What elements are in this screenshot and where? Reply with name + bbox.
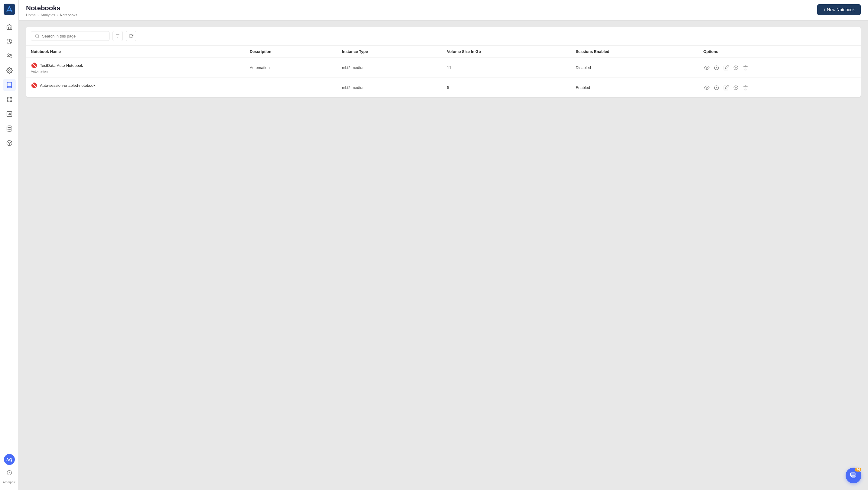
notebook-desc-2: - — [245, 78, 337, 98]
svg-point-4 — [8, 69, 10, 71]
chat-badge[interactable]: 74 — [846, 468, 861, 483]
content-area: Notebook Name Description Instance Type … — [19, 21, 868, 490]
header-left: Notebooks Home › Analytics › Notebooks — [26, 4, 77, 17]
notebook-tag-2: - — [31, 90, 240, 93]
new-notebook-button[interactable]: + New Notebook — [817, 4, 861, 15]
notebook-sessions-2: Enabled — [571, 78, 698, 98]
notebook-instance-2: ml.t2.medium — [337, 78, 442, 98]
page-title: Notebooks — [26, 4, 77, 12]
notebook-volume-2: 5 — [442, 78, 571, 98]
clone-icon-2[interactable] — [733, 84, 739, 91]
breadcrumb-sep-1: › — [37, 13, 39, 17]
sidebar-item-pipelines[interactable] — [3, 93, 16, 106]
svg-point-8 — [10, 101, 11, 102]
notebook-options-2 — [699, 78, 861, 98]
notebook-instance-1: ml.t2.medium — [337, 58, 442, 78]
col-header-instance: Instance Type — [337, 46, 442, 58]
notebooks-table-container: Notebook Name Description Instance Type … — [26, 27, 861, 97]
sidebar-item-users[interactable] — [3, 50, 16, 62]
svg-rect-35 — [850, 473, 855, 476]
sidebar-item-packages[interactable] — [3, 137, 16, 149]
search-box[interactable] — [31, 31, 110, 41]
notebook-name-2: Auto-session-enabled-notebook — [40, 83, 96, 88]
sidebar: AQ Amorphic — [0, 0, 19, 490]
notebook-sessions-1: Disabled — [571, 58, 698, 78]
col-header-description: Description — [245, 46, 337, 58]
svg-point-3 — [10, 55, 11, 56]
sidebar-nav — [3, 21, 16, 454]
sidebar-item-settings[interactable] — [3, 64, 16, 77]
table-row: TestData-Auto-Notebook Automation Automa… — [26, 58, 861, 78]
edit-icon-2[interactable] — [723, 84, 730, 91]
breadcrumb: Home › Analytics › Notebooks — [26, 13, 77, 17]
edit-icon-1[interactable] — [723, 64, 730, 71]
table-row: Auto-session-enabled-notebook - - ml.t2.… — [26, 78, 861, 98]
svg-point-15 — [35, 34, 39, 37]
delete-icon-1[interactable] — [742, 64, 749, 71]
user-avatar[interactable]: AQ — [4, 454, 15, 465]
sidebar-item-datasets[interactable] — [3, 122, 16, 135]
page-header: Notebooks Home › Analytics › Notebooks +… — [19, 0, 868, 21]
search-input[interactable] — [42, 34, 105, 38]
svg-point-7 — [7, 101, 8, 102]
status-error-icon-2 — [31, 82, 37, 89]
brand-label: Amorphic — [1, 481, 17, 484]
svg-rect-0 — [4, 4, 15, 15]
svg-marker-23 — [716, 67, 717, 69]
svg-point-5 — [7, 97, 8, 99]
notebook-name-cell-2: Auto-session-enabled-notebook - — [26, 78, 245, 98]
table-toolbar — [26, 27, 861, 46]
svg-point-2 — [7, 54, 9, 56]
sidebar-item-reports[interactable] — [3, 108, 16, 120]
refresh-button[interactable] — [126, 31, 136, 41]
notebook-name-1: TestData-Auto-Notebook — [40, 63, 83, 68]
breadcrumb-sep-2: › — [57, 13, 58, 17]
notebook-volume-1: 11 — [442, 58, 571, 78]
delete-icon-2[interactable] — [742, 84, 749, 91]
view-icon-2[interactable] — [704, 84, 710, 91]
col-header-options: Options — [699, 46, 861, 58]
sidebar-bottom: AQ Amorphic — [1, 454, 17, 486]
play-icon-2[interactable] — [713, 84, 720, 91]
breadcrumb-current: Notebooks — [60, 13, 77, 17]
notebooks-table: Notebook Name Description Instance Type … — [26, 46, 861, 97]
app-logo[interactable] — [4, 4, 15, 15]
search-icon — [35, 34, 40, 38]
breadcrumb-home[interactable]: Home — [26, 13, 36, 17]
clone-icon-1[interactable] — [733, 64, 739, 71]
sidebar-item-notebooks[interactable] — [3, 79, 16, 91]
notebook-desc-1: Automation — [245, 58, 337, 78]
status-error-icon-1 — [31, 62, 37, 69]
table-body: TestData-Auto-Notebook Automation Automa… — [26, 58, 861, 98]
svg-point-10 — [7, 126, 12, 128]
chat-badge-count: 74 — [855, 468, 861, 471]
view-icon-1[interactable] — [704, 64, 710, 71]
table-header: Notebook Name Description Instance Type … — [26, 46, 861, 58]
svg-point-21 — [706, 67, 707, 68]
sidebar-item-analytics[interactable] — [3, 35, 16, 48]
notebook-options-1 — [699, 58, 861, 78]
svg-marker-31 — [716, 87, 717, 89]
svg-point-29 — [706, 87, 707, 88]
col-header-name: Notebook Name — [26, 46, 245, 58]
col-header-volume: Volume Size In Gb — [442, 46, 571, 58]
filter-button[interactable] — [113, 31, 123, 41]
breadcrumb-analytics[interactable]: Analytics — [40, 13, 55, 17]
sidebar-item-home[interactable] — [3, 21, 16, 33]
svg-point-6 — [10, 97, 11, 99]
col-header-sessions: Sessions Enabled — [571, 46, 698, 58]
play-icon-1[interactable] — [713, 64, 720, 71]
info-icon[interactable] — [4, 467, 15, 478]
notebook-name-cell-1: TestData-Auto-Notebook Automation — [26, 58, 245, 78]
chat-icon — [849, 471, 858, 480]
notebook-tag-1: Automation — [31, 69, 240, 73]
main-content: Notebooks Home › Analytics › Notebooks +… — [19, 0, 868, 490]
